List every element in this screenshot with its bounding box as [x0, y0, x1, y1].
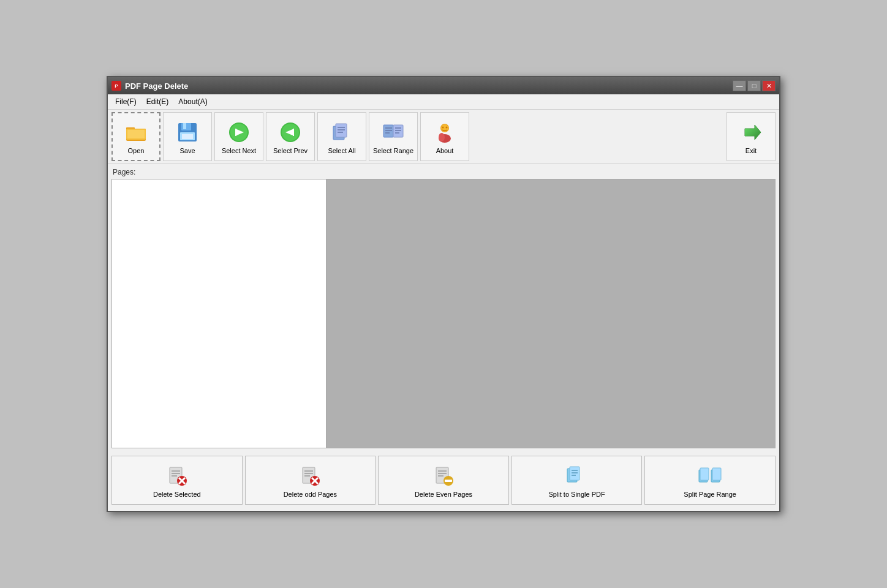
split-range-icon [698, 464, 722, 488]
split-single-icon [565, 464, 589, 488]
split-range-button[interactable]: Split Page Range [644, 456, 776, 505]
maximize-button[interactable]: □ [747, 80, 761, 91]
svg-point-34 [442, 127, 444, 129]
split-single-label: Split to Single PDF [548, 491, 605, 498]
svg-rect-66 [700, 468, 709, 480]
select-next-button[interactable]: Select Next [214, 112, 263, 161]
svg-rect-14 [235, 129, 236, 136]
svg-rect-10 [182, 134, 193, 139]
delete-selected-icon [165, 464, 189, 488]
open-icon [124, 120, 148, 145]
svg-rect-18 [293, 129, 294, 136]
select-all-icon [330, 120, 354, 145]
split-single-button[interactable]: Split to Single PDF [511, 456, 643, 505]
select-range-icon [381, 120, 406, 145]
delete-odd-button[interactable]: Delete odd Pages [245, 456, 376, 505]
window-title: PDF Page Delete [125, 81, 188, 91]
delete-even-label: Delete Even Pages [415, 491, 472, 498]
delete-odd-icon [298, 464, 322, 488]
bottom-buttons: Delete Selected Delete odd Pages [111, 453, 776, 507]
close-button[interactable]: ✕ [762, 80, 776, 91]
select-all-label: Select All [328, 147, 355, 154]
app-icon: P [111, 81, 121, 91]
select-prev-label: Select Prev [273, 147, 308, 154]
delete-odd-label: Delete odd Pages [284, 491, 337, 498]
select-range-label: Select Range [373, 147, 413, 154]
exit-icon [739, 120, 763, 145]
content-area: Pages: Delete Selected [108, 164, 779, 511]
svg-rect-25 [393, 125, 403, 137]
open-label: Open [128, 147, 145, 154]
pages-list-pane[interactable] [112, 179, 326, 448]
open-button[interactable]: Open [111, 112, 160, 161]
delete-selected-button[interactable]: Delete Selected [111, 456, 243, 505]
minimize-button[interactable]: — [733, 80, 746, 91]
save-icon [175, 120, 200, 145]
save-button[interactable]: Save [163, 112, 212, 161]
menu-bar: File(F) Edit(E) About(A) [108, 94, 779, 110]
svg-marker-39 [745, 125, 761, 140]
svg-rect-61 [570, 467, 579, 480]
preview-pane [326, 179, 775, 448]
svg-text:P: P [115, 83, 118, 89]
about-label: About [436, 147, 454, 154]
svg-rect-24 [383, 125, 393, 137]
menu-file[interactable]: File(F) [110, 96, 142, 108]
delete-selected-label: Delete Selected [153, 491, 201, 498]
svg-rect-8 [183, 123, 186, 129]
svg-rect-5 [127, 130, 145, 138]
svg-rect-59 [445, 480, 452, 482]
svg-point-35 [446, 127, 448, 129]
select-prev-button[interactable]: Select Prev [266, 112, 315, 161]
about-icon [432, 120, 457, 145]
title-buttons: — □ ✕ [733, 80, 776, 91]
delete-even-icon [431, 464, 456, 488]
menu-about[interactable]: About(A) [173, 96, 212, 108]
select-all-button[interactable]: Select All [317, 112, 366, 161]
exit-button[interactable]: Exit [727, 112, 776, 161]
delete-even-button[interactable]: Delete Even Pages [378, 456, 509, 505]
svg-rect-20 [336, 124, 347, 137]
main-window: P PDF Page Delete — □ ✕ File(F) Edit(E) … [107, 76, 780, 512]
select-next-label: Select Next [222, 147, 256, 154]
split-range-label: Split Page Range [684, 491, 736, 498]
select-prev-icon [278, 120, 303, 145]
about-button[interactable]: About [420, 112, 469, 161]
toolbar: Open Save Select Next [108, 110, 779, 164]
select-range-button[interactable]: Select Range [369, 112, 418, 161]
select-next-icon [227, 120, 251, 145]
main-pane [111, 179, 776, 448]
save-label: Save [179, 147, 195, 154]
title-bar-left: P PDF Page Delete [111, 81, 188, 91]
title-bar: P PDF Page Delete — □ ✕ [108, 77, 779, 94]
svg-rect-68 [712, 468, 721, 480]
pages-label: Pages: [111, 168, 776, 176]
svg-point-37 [439, 133, 445, 141]
menu-edit[interactable]: Edit(E) [142, 96, 174, 108]
exit-label: Exit [745, 147, 757, 154]
